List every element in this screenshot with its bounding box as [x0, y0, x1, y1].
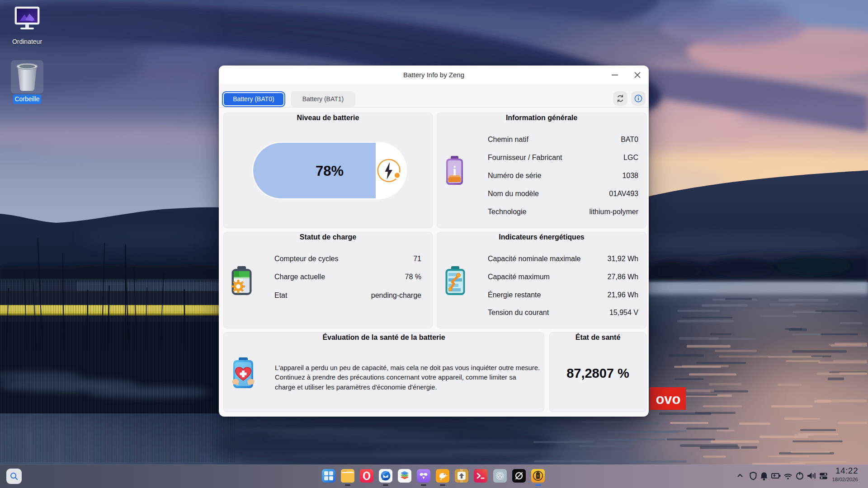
- svg-text:ovo: ovo: [656, 391, 680, 407]
- svg-text:i: i: [453, 164, 456, 178]
- svg-text:i: i: [637, 95, 639, 102]
